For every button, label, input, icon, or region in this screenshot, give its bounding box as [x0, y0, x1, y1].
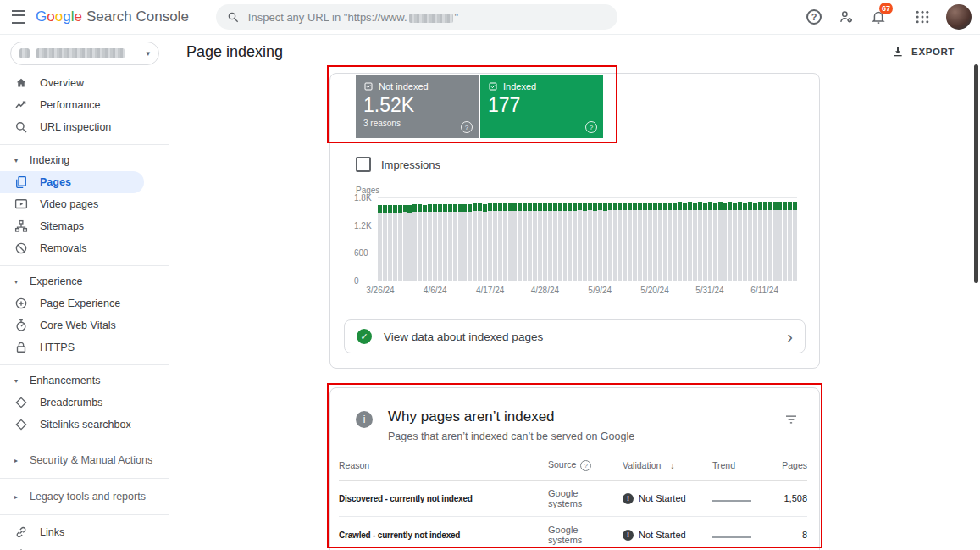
sidebar-item-url-inspection[interactable]: URL inspection — [0, 116, 169, 138]
chart-bar — [708, 202, 712, 281]
chart-bar — [462, 204, 467, 281]
indexing-chart-card: Not indexed1.52K3 reasons?Indexed177? Im… — [329, 73, 820, 369]
chart-bar — [418, 204, 422, 281]
view-indexed-data-row[interactable]: ✓ View data about indexed pages › — [344, 319, 806, 353]
chart-bar — [633, 203, 637, 281]
validation-cell: !Not Started — [614, 493, 699, 504]
sidebar-section-label: Experience — [30, 275, 83, 287]
property-selector-dropdown[interactable]: ▾ — [10, 42, 159, 65]
sidebar-item-sitelinks-searchbox[interactable]: Sitelinks searchbox — [0, 414, 169, 436]
chart-bar — [458, 204, 462, 281]
chart-bar — [638, 203, 642, 281]
help-button[interactable]: ? — [799, 2, 829, 32]
sidebar-item-overview[interactable]: Overview — [0, 72, 169, 94]
avatar[interactable] — [946, 4, 972, 30]
table-row[interactable]: Discovered - currently not indexedGoogle… — [339, 481, 807, 517]
notifications-button[interactable]: 67 — [863, 2, 894, 32]
chart-bar — [788, 202, 792, 281]
scrollbar-thumb[interactable] — [974, 64, 978, 283]
user-settings-button[interactable] — [831, 2, 861, 32]
filter-icon — [783, 412, 799, 427]
x-tick-label: 3/26/24 — [366, 286, 394, 295]
google-logo-text: Google — [36, 8, 82, 25]
sidebar-section-security-manual-actions[interactable]: ▸Security & Manual Actions — [0, 448, 169, 472]
sidebar-item-label: Sitelinks searchbox — [40, 419, 131, 431]
sidebar-item-removals[interactable]: Removals — [0, 237, 169, 259]
sidebar-section-legacy-tools-and-reports[interactable]: ▸Legacy tools and reports — [0, 485, 169, 508]
search-icon — [14, 119, 29, 135]
sidebar-item-label: HTTPS — [40, 342, 75, 353]
chart-bar — [533, 203, 537, 281]
chart-bar — [538, 203, 542, 281]
chip-indexed[interactable]: Indexed177? — [480, 75, 603, 138]
sidebar-item-https[interactable]: HTTPS — [0, 336, 169, 358]
column-header-pages[interactable]: Pages — [767, 460, 807, 470]
column-header-validation[interactable]: Validation↓ — [614, 460, 699, 470]
sidebar-divider — [0, 364, 169, 365]
chip-subtext: 3 reasons — [363, 119, 471, 128]
column-header-reason[interactable]: Reason — [339, 460, 538, 470]
filter-button[interactable] — [782, 410, 800, 429]
sidebar-item-performance[interactable]: Performance — [0, 94, 169, 116]
sidebar-item-page-experience[interactable]: Page Experience — [0, 292, 169, 314]
chip-value: 177 — [488, 94, 595, 117]
help-icon[interactable]: ? — [461, 121, 473, 133]
issues-table-body: Discovered - currently not indexedGoogle… — [339, 481, 807, 550]
issues-titles: Why pages aren’t indexed Pages that aren… — [388, 408, 767, 442]
trend-line — [712, 500, 751, 502]
chart-bar — [753, 203, 757, 281]
chart-bar — [388, 205, 392, 281]
sidebar-item-pages[interactable]: Pages — [0, 171, 144, 193]
sidebar-section-indexing[interactable]: ▾Indexing — [0, 151, 169, 169]
google-apps-button[interactable] — [907, 2, 938, 32]
sidebar-section-enhancements[interactable]: ▾Enhancements — [0, 371, 169, 390]
download-icon — [891, 45, 905, 58]
chevron-right-icon: › — [787, 328, 793, 345]
column-header-trend[interactable]: Trend — [699, 460, 767, 470]
sidebar-item-sitemaps[interactable]: Sitemaps — [0, 215, 169, 237]
sidebar-section-experience[interactable]: ▾Experience — [0, 272, 169, 291]
sidebar-item-video-pages[interactable]: Video pages — [0, 193, 169, 215]
main-content: Page indexing EXPORT Not indexed1.52K3 r… — [169, 35, 980, 550]
chart-bar — [453, 204, 457, 281]
url-inspection-searchbox[interactable]: Inspect any URL in "https://www." — [216, 4, 617, 30]
settings-icon — [14, 547, 29, 550]
sitemaps-icon — [14, 219, 29, 234]
help-icon[interactable]: ? — [585, 121, 597, 133]
notification-badge: 67 — [879, 3, 893, 14]
chip-value: 1.52K — [363, 94, 471, 117]
column-header-source[interactable]: Source? — [538, 459, 614, 471]
chart-bar — [398, 205, 402, 281]
impressions-checkbox[interactable] — [356, 157, 371, 172]
table-row[interactable]: Crawled - currently not indexedGoogle sy… — [339, 517, 807, 550]
sidebar-section-label: Enhancements — [30, 375, 100, 386]
sidebar-item-settings[interactable]: Settings — [0, 543, 169, 550]
sidebar-item-breadcrumbs[interactable]: Breadcrumbs — [0, 392, 169, 414]
chip-not-indexed[interactable]: Not indexed1.52K3 reasons? — [356, 75, 479, 138]
sidebar-divider — [0, 514, 169, 515]
chart-bar — [412, 204, 417, 281]
cards-column: Not indexed1.52K3 reasons?Indexed177? Im… — [169, 69, 980, 550]
chevron-right-icon: ▸ — [14, 493, 22, 501]
issues-title: Why pages aren’t indexed — [388, 408, 767, 425]
y-tick-label: 1.8K — [354, 193, 372, 203]
hamburger-menu-button[interactable] — [3, 2, 34, 32]
sidebar-item-core-web-vitals[interactable]: Core Web Vitals — [0, 314, 169, 336]
impressions-label: Impressions — [381, 158, 440, 171]
check-circle-icon: ✓ — [357, 329, 372, 344]
enhancement-icon — [14, 395, 29, 410]
chart-bar — [588, 203, 592, 281]
chart-bar — [718, 202, 723, 281]
table-header: Reason Source? Validation↓ Trend Pages — [339, 459, 807, 481]
chart-bar — [623, 203, 627, 281]
sidebar-item-links[interactable]: Links — [0, 521, 169, 543]
chart-bar — [678, 202, 682, 281]
trend-line — [712, 536, 751, 538]
sidebar-item-label: Sitemaps — [40, 220, 84, 232]
chart-bar — [673, 203, 677, 281]
impressions-toggle[interactable]: Impressions — [356, 157, 819, 172]
export-button[interactable]: EXPORT — [886, 44, 960, 59]
user-gear-icon — [838, 8, 855, 25]
links-icon — [14, 525, 29, 540]
sort-descending-icon: ↓ — [670, 460, 674, 470]
